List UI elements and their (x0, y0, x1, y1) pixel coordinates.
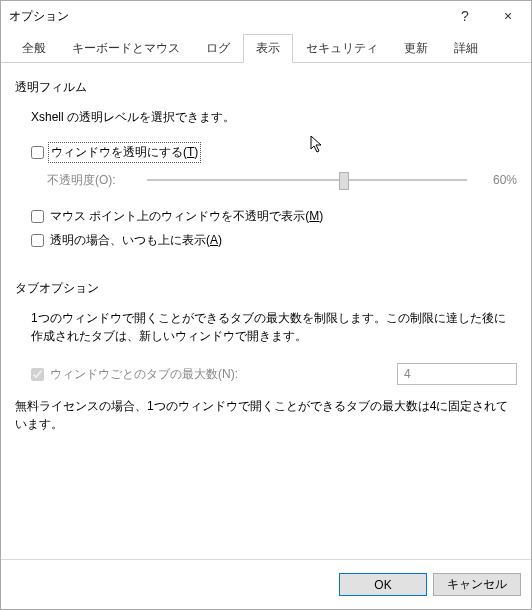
tab-log[interactable]: ログ (193, 34, 243, 63)
row-always-top: 透明の場合、いつも上に表示(A) (31, 232, 517, 249)
help-icon: ? (461, 8, 469, 24)
slider-track (147, 179, 467, 181)
opacity-slider[interactable] (147, 168, 467, 192)
tabopt-description: 1つのウィンドウで開くことができるタブの最大数を制限します。この制限に達した後に… (31, 309, 517, 345)
slider-thumb[interactable] (339, 172, 349, 190)
dialog-footer: OK キャンセル (1, 559, 531, 609)
max-tabs-label: ウィンドウごとのタブの最大数(N): (50, 366, 397, 383)
ok-button[interactable]: OK (339, 573, 427, 596)
make-transparent-label[interactable]: ウィンドウを透明にする(T) (50, 144, 199, 161)
opacity-label: 不透明度(O): (47, 172, 137, 189)
tab-general[interactable]: 全般 (9, 34, 59, 63)
mouse-opaque-label[interactable]: マウス ポイント上のウィンドウを不透明で表示(M) (50, 208, 323, 225)
tab-keyboard-mouse[interactable]: キーボードとマウス (59, 34, 193, 63)
group-transparent-film: 透明フィルム (15, 79, 517, 96)
film-description: Xshell の透明レベルを選択できます。 (31, 108, 517, 126)
max-tabs-input (397, 363, 517, 385)
max-tabs-checkbox (31, 368, 44, 381)
tab-strip: 全般 キーボードとマウス ログ 表示 セキュリティ 更新 詳細 (1, 31, 531, 63)
close-icon: × (504, 8, 512, 24)
close-button[interactable]: × (485, 1, 531, 31)
row-opacity: 不透明度(O): 60% (47, 168, 517, 192)
tab-display[interactable]: 表示 (243, 34, 293, 63)
tab-update[interactable]: 更新 (391, 34, 441, 63)
row-mouse-opaque: マウス ポイント上のウィンドウを不透明で表示(M) (31, 208, 517, 225)
row-make-transparent: ウィンドウを透明にする(T) (31, 144, 517, 161)
make-transparent-checkbox[interactable] (31, 146, 44, 159)
always-top-checkbox[interactable] (31, 234, 44, 247)
cancel-button[interactable]: キャンセル (433, 573, 521, 596)
mouse-opaque-checkbox[interactable] (31, 210, 44, 223)
tab-security[interactable]: セキュリティ (293, 34, 391, 63)
options-dialog: オプション ? × 全般 キーボードとマウス ログ 表示 セキュリティ 更新 詳… (0, 0, 532, 610)
license-note: 無料ライセンスの場合、1つのウィンドウで開くことができるタブの最大数は4に固定さ… (15, 397, 517, 433)
group-tab-options: タブオプション (15, 280, 517, 297)
always-top-label[interactable]: 透明の場合、いつも上に表示(A) (50, 232, 222, 249)
help-button[interactable]: ? (445, 1, 485, 31)
title-bar: オプション ? × (1, 1, 531, 31)
tab-advanced[interactable]: 詳細 (441, 34, 491, 63)
opacity-value: 60% (477, 173, 517, 187)
content-area: 透明フィルム Xshell の透明レベルを選択できます。 ウィンドウを透明にする… (1, 63, 531, 559)
window-title: オプション (9, 8, 445, 25)
row-max-tabs: ウィンドウごとのタブの最大数(N): (31, 363, 517, 385)
